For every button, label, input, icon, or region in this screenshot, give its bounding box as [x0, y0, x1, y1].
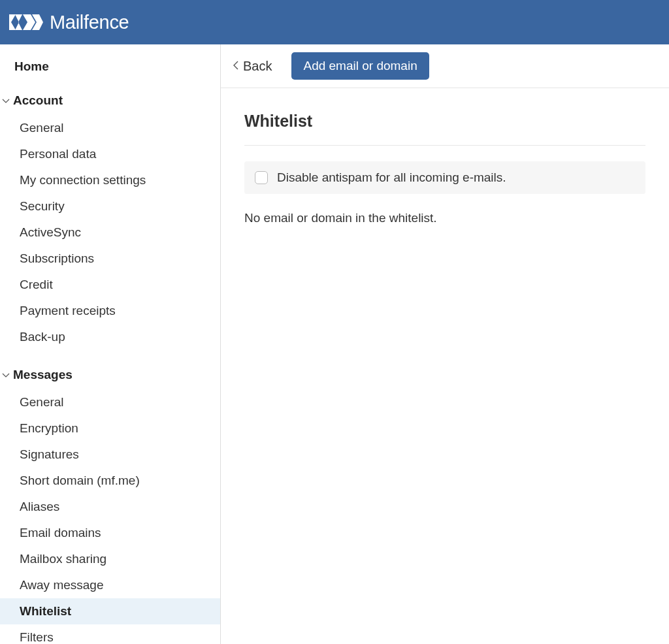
sidebar-item-away-message[interactable]: Away message [0, 572, 220, 598]
toolbar: Back Add email or domain [221, 44, 669, 88]
sidebar-item-security[interactable]: Security [0, 193, 220, 219]
sidebar-item-general-account[interactable]: General [0, 115, 220, 141]
main-content: Back Add email or domain Whitelist Disab… [221, 44, 669, 644]
disable-antispam-row[interactable]: Disable antispam for all incoming e-mail… [244, 161, 645, 194]
sidebar-item-payment-receipts[interactable]: Payment receipts [0, 298, 220, 324]
sidebar-item-filters[interactable]: Filters [0, 624, 220, 644]
add-email-or-domain-button[interactable]: Add email or domain [291, 52, 429, 80]
section-label: Account [13, 93, 63, 108]
brand-name: Mailfence [50, 12, 129, 33]
sidebar-item-backup[interactable]: Back-up [0, 324, 220, 350]
sidebar-item-whitelist[interactable]: Whitelist [0, 598, 220, 624]
sidebar-section-account[interactable]: Account [0, 91, 220, 110]
mailfence-logo-icon [9, 10, 43, 34]
svg-marker-0 [9, 14, 16, 30]
chevron-left-icon [233, 59, 239, 74]
sidebar-item-connection-settings[interactable]: My connection settings [0, 167, 220, 193]
sidebar-item-subscriptions[interactable]: Subscriptions [0, 246, 220, 272]
sidebar-item-email-domains[interactable]: Email domains [0, 520, 220, 546]
sidebar-item-short-domain[interactable]: Short domain (mf.me) [0, 468, 220, 494]
back-label: Back [243, 59, 272, 74]
svg-marker-1 [15, 14, 22, 30]
chevron-down-icon [1, 372, 10, 378]
sidebar-item-mailbox-sharing[interactable]: Mailbox sharing [0, 546, 220, 572]
app-header: Mailfence [0, 0, 669, 44]
sidebar-item-personal-data[interactable]: Personal data [0, 141, 220, 167]
sidebar-item-activesync[interactable]: ActiveSync [0, 219, 220, 246]
chevron-down-icon [1, 97, 10, 104]
sidebar-item-credit[interactable]: Credit [0, 272, 220, 298]
page-title: Whitelist [244, 112, 645, 131]
sidebar-item-general-messages[interactable]: General [0, 389, 220, 415]
section-label: Messages [13, 368, 73, 382]
whitelist-empty-text: No email or domain in the whitelist. [244, 211, 645, 225]
sidebar-item-aliases[interactable]: Aliases [0, 494, 220, 520]
disable-antispam-label: Disable antispam for all incoming e-mail… [277, 170, 506, 185]
settings-sidebar: Home Account General Personal data My co… [0, 44, 221, 644]
sidebar-home[interactable]: Home [0, 57, 220, 76]
back-button[interactable]: Back [233, 59, 272, 74]
divider [244, 145, 645, 146]
sidebar-section-messages[interactable]: Messages [0, 366, 220, 384]
brand-logo[interactable]: Mailfence [9, 10, 129, 34]
sidebar-item-signatures[interactable]: Signatures [0, 442, 220, 468]
sidebar-item-encryption[interactable]: Encryption [0, 415, 220, 442]
disable-antispam-checkbox[interactable] [255, 171, 268, 184]
